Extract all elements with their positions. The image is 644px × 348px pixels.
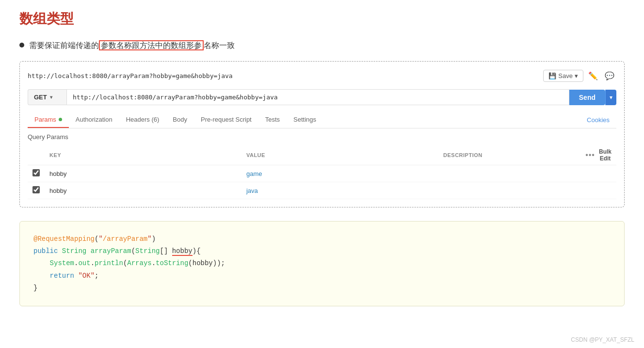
send-button[interactable]: Send: [569, 90, 605, 105]
code-line-4: return "OK";: [33, 270, 611, 282]
params-table: KEY VALUE DESCRIPTION ••• Bulk Edit hobb…: [28, 145, 616, 199]
tab-authorization-label: Authorization: [76, 116, 113, 123]
save-dropdown-icon: ▾: [575, 72, 578, 79]
th-description: DESCRIPTION: [438, 145, 580, 165]
method-url-row: GET ▾ Send ▾: [28, 89, 616, 105]
comment-icon-button[interactable]: 💬: [603, 69, 616, 82]
code-line-3: System.out.println(Arrays.toString(hobby…: [33, 257, 611, 269]
method-label: GET: [34, 94, 47, 101]
row2-value: java: [242, 182, 438, 199]
postman-panel: http://localhost:8080/arrayParam?hobby=g…: [19, 61, 625, 207]
code-line-5: }: [33, 282, 611, 294]
tab-headers[interactable]: Headers (6): [119, 112, 166, 128]
tab-body[interactable]: Body: [166, 112, 194, 128]
method-select[interactable]: GET ▾: [28, 89, 66, 105]
bullet-text-highlighted: 参数名称跟方法中的数组形参: [99, 40, 204, 50]
th-checkbox: [28, 145, 45, 165]
tab-body-label: Body: [173, 116, 187, 123]
save-button[interactable]: 💾 Save ▾: [543, 70, 583, 82]
tab-tests-label: Tests: [265, 116, 280, 123]
code-annotation: @RequestMapping: [33, 235, 95, 243]
row1-description: [438, 165, 580, 182]
th-actions: ••• Bulk Edit: [580, 145, 616, 165]
send-label: Send: [579, 94, 596, 101]
tabs-row: Params Authorization Headers (6) Body Pr…: [28, 112, 616, 128]
row2-key: hobby: [45, 182, 242, 199]
row1-key: hobby: [45, 165, 242, 182]
cookies-link[interactable]: Cookies: [580, 112, 616, 127]
row1-actions: [580, 165, 616, 182]
page-title: 数组类型: [19, 10, 625, 28]
tab-settings-label: Settings: [293, 116, 316, 123]
url-bar-row: http://localhost:8080/arrayParam?hobby=g…: [28, 69, 616, 82]
tab-tests[interactable]: Tests: [258, 112, 287, 128]
bulk-edit-button[interactable]: Bulk Edit: [599, 148, 612, 162]
row2-description: [438, 182, 580, 199]
code-line-2: public String arrayParam(String[] hobby)…: [33, 245, 611, 257]
bullet-text: 需要保证前端传递的参数名称跟方法中的数组形参名称一致: [29, 40, 235, 51]
bullet-text-before: 需要保证前端传递的: [29, 41, 99, 49]
code-line-1: @RequestMapping("/arrayParam"): [33, 233, 611, 245]
bullet-section: 需要保证前端传递的参数名称跟方法中的数组形参名称一致: [19, 40, 625, 51]
url-input[interactable]: [66, 89, 569, 105]
table-row: hobby java: [28, 182, 616, 199]
save-icon: 💾: [548, 72, 556, 79]
row1-checkbox[interactable]: [32, 169, 40, 176]
tab-headers-label: Headers (6): [126, 116, 160, 123]
row2-checkbox-cell: [28, 182, 45, 199]
query-params-label: Query Params: [28, 133, 616, 141]
url-display: http://localhost:8080/arrayParam?hobby=g…: [28, 72, 233, 79]
tab-params-dot: [59, 118, 62, 121]
th-key: KEY: [45, 145, 242, 165]
tab-prerequest-label: Pre-request Script: [201, 116, 252, 123]
row1-checkbox-cell: [28, 165, 45, 182]
method-chevron-icon: ▾: [50, 95, 52, 100]
table-row: hobby game: [28, 165, 616, 182]
url-actions: 💾 Save ▾ ✏️ 💬: [543, 69, 616, 82]
row1-value: game: [242, 165, 438, 182]
dots-menu-button[interactable]: •••: [585, 151, 595, 159]
th-value: VALUE: [242, 145, 438, 165]
save-label: Save: [558, 72, 573, 79]
tab-params-label: Params: [34, 116, 56, 123]
send-btn-wrapper: Send ▾: [569, 90, 616, 105]
bullet-text-after: 名称一致: [204, 41, 235, 49]
tab-authorization[interactable]: Authorization: [69, 112, 119, 128]
tab-params[interactable]: Params: [28, 112, 69, 128]
code-panel: @RequestMapping("/arrayParam") public St…: [19, 221, 625, 306]
tab-settings[interactable]: Settings: [287, 112, 323, 128]
bullet-dot: [19, 43, 24, 47]
row2-checkbox[interactable]: [32, 186, 40, 193]
tab-prerequest[interactable]: Pre-request Script: [194, 112, 258, 128]
edit-icon-button[interactable]: ✏️: [586, 69, 600, 82]
row2-actions: [580, 182, 616, 199]
send-dropdown-button[interactable]: ▾: [605, 90, 616, 105]
